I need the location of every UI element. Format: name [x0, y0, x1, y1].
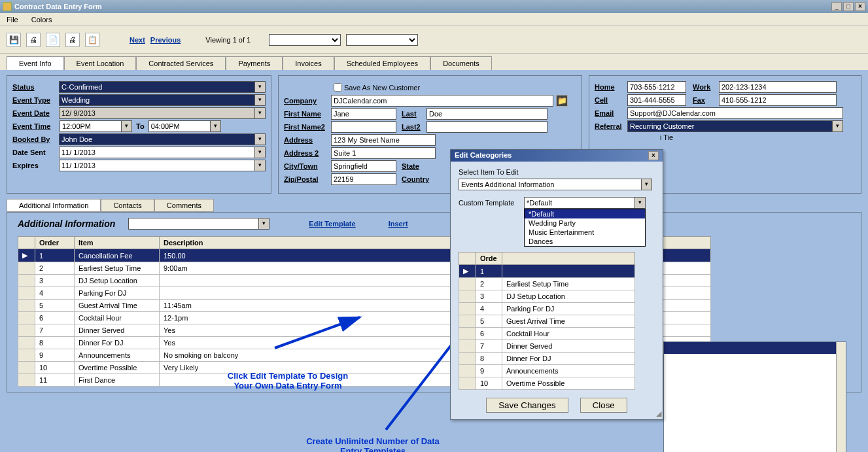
tab-invoices[interactable]: Invoices [283, 56, 334, 70]
last2-field[interactable] [426, 121, 547, 133]
country-label: Country [402, 175, 434, 183]
close-button[interactable]: × [855, 2, 865, 11]
company-field[interactable] [331, 95, 553, 107]
subtab-additional-info[interactable]: Additional Information [7, 199, 101, 212]
dlg-col-order[interactable]: Orde [476, 252, 502, 265]
folder-icon[interactable]: 📁 [556, 95, 568, 107]
eventdate-field[interactable] [59, 107, 255, 119]
tab-event-info[interactable]: Event Info [7, 56, 64, 70]
addr-field[interactable] [331, 134, 436, 146]
dlg-title: Edit Cateogories [455, 151, 512, 160]
sheet-icon[interactable]: 📄 [46, 33, 60, 47]
eventtime-from-field[interactable] [60, 120, 122, 132]
cell-label: Cell [595, 96, 627, 104]
menu-file[interactable]: File [7, 16, 18, 24]
table-row[interactable]: 2Earliest Setup Time [459, 278, 635, 290]
menu-colors[interactable]: Colors [31, 16, 52, 24]
dlg-select-field[interactable] [459, 179, 642, 190]
main-tab-bar: Event Info Event Location Contracted Ser… [0, 54, 868, 70]
eventtime-from-dropdown-button[interactable]: ▾ [122, 120, 132, 132]
save-icon[interactable]: 💾 [7, 33, 21, 47]
fax-field[interactable] [719, 94, 837, 106]
eventtype-dropdown-button[interactable]: ▾ [255, 94, 266, 106]
save-as-new-customer-checkbox[interactable] [334, 83, 342, 92]
first2-field[interactable] [331, 121, 396, 133]
datesent-dropdown-button[interactable]: ▾ [255, 147, 266, 158]
last-field[interactable] [426, 108, 547, 120]
dlg-template-dropdown-button[interactable]: ▾ [635, 197, 646, 209]
insert-link[interactable]: Insert [389, 220, 408, 228]
eventtime-to-dropdown-button[interactable]: ▾ [211, 120, 221, 132]
dlg-template-options[interactable]: *Default Wedding Party Music Entertainme… [524, 209, 646, 247]
expires-dropdown-button[interactable]: ▾ [255, 160, 266, 171]
dlg-template-field[interactable] [524, 197, 635, 209]
tab-documents[interactable]: Documents [430, 56, 492, 70]
save-changes-button[interactable]: Save Changes [486, 398, 568, 413]
maximize-button[interactable]: □ [843, 2, 854, 11]
viewing-select-2[interactable] [346, 34, 418, 46]
zip-field[interactable] [331, 173, 396, 185]
ai-select-dropdown-button[interactable]: ▾ [259, 218, 269, 230]
dlg-close-icon[interactable]: × [648, 151, 659, 160]
eventtype-field[interactable] [59, 94, 255, 106]
referral-field[interactable] [627, 120, 833, 132]
dlg-col-item[interactable] [502, 252, 635, 265]
table-row[interactable]: 8Dinner For DJ [459, 353, 635, 365]
referral-dropdown-button[interactable]: ▾ [833, 120, 843, 132]
work-field[interactable] [719, 81, 837, 93]
previous-link[interactable]: Previous [150, 36, 181, 44]
expires-field[interactable] [59, 160, 255, 171]
opt-wedding-party[interactable]: Wedding Party [525, 218, 645, 228]
col-order[interactable]: Order [35, 237, 75, 249]
status-dropdown-button[interactable]: ▾ [255, 81, 266, 93]
viewing-select-1[interactable] [269, 34, 341, 46]
addr2-label: Address 2 [284, 149, 331, 157]
dlg-grid[interactable]: Orde ▶12Earliest Setup Time3DJ Setup Loc… [459, 252, 635, 390]
email-field[interactable] [627, 107, 843, 119]
resize-grip-icon[interactable]: ◢ [656, 409, 661, 418]
minimize-button[interactable]: _ [831, 2, 842, 11]
datesent-field[interactable] [59, 147, 255, 158]
dlg-select-dropdown-button[interactable]: ▾ [642, 179, 652, 190]
addr2-field[interactable] [331, 147, 436, 159]
table-row[interactable]: 6Cocktail Hour [459, 328, 635, 340]
printer2-icon[interactable]: 🖨 [65, 33, 80, 47]
table-row[interactable]: 3DJ Setup Location [459, 290, 635, 303]
table-row[interactable]: 7Dinner Served [459, 340, 635, 353]
edit-categories-dialog: Edit Cateogories × Select Item To Edit ▾… [450, 149, 663, 420]
status-field[interactable] [59, 81, 255, 93]
expires-label: Expires [12, 162, 59, 169]
col-item[interactable]: Item [75, 237, 160, 249]
ai-select[interactable] [128, 218, 259, 230]
opt-music-entertainment[interactable]: Music Entertainment [525, 228, 645, 237]
print-icon[interactable]: 🖨 [26, 33, 41, 47]
subtab-contacts[interactable]: Contacts [101, 199, 154, 212]
cell-field[interactable] [627, 94, 686, 106]
booked-field[interactable] [59, 133, 255, 145]
table-row[interactable]: 10Overtime Possible [459, 377, 635, 390]
tab-contracted-services[interactable]: Contracted Services [136, 56, 226, 70]
tab-payments[interactable]: Payments [226, 56, 283, 70]
last2-label: Last2 [402, 123, 426, 131]
first-field[interactable] [331, 108, 396, 120]
table-row[interactable]: ▶1 [459, 265, 635, 278]
eventdate-dropdown-button[interactable]: ▾ [255, 107, 266, 119]
subtab-comments[interactable]: Comments [154, 199, 214, 212]
tab-event-location[interactable]: Event Location [64, 56, 137, 70]
right-scrollbar[interactable] [836, 342, 846, 452]
city-field[interactable] [331, 160, 396, 172]
home-field[interactable] [627, 81, 686, 93]
opt-dances[interactable]: Dances [525, 237, 645, 246]
table-row[interactable]: 5Guest Arrival Time [459, 315, 635, 328]
edit-template-link[interactable]: Edit Template [309, 220, 355, 228]
eventtime-label: Event Time [12, 122, 60, 130]
tab-scheduled-employees[interactable]: Scheduled Employees [334, 56, 430, 70]
opt-default[interactable]: *Default [525, 209, 645, 218]
table-row[interactable]: 9Announcements [459, 365, 635, 377]
copy-icon[interactable]: 📋 [85, 33, 99, 47]
close-button-dlg[interactable]: Close [580, 398, 627, 413]
eventtime-to-field[interactable] [148, 120, 211, 132]
table-row[interactable]: 4Parking For DJ [459, 303, 635, 315]
booked-dropdown-button[interactable]: ▾ [255, 133, 266, 145]
next-link[interactable]: Next [130, 36, 145, 44]
